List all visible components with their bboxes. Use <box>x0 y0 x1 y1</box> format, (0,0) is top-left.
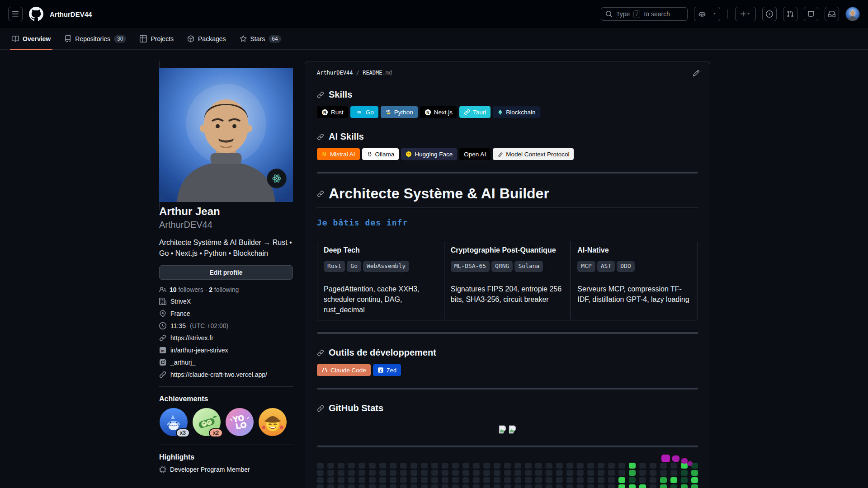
journal-button[interactable] <box>804 7 818 21</box>
contribution-cell <box>598 463 604 469</box>
skills-table: Deep TechCryptographie Post-QuantiqueAI-… <box>317 241 698 320</box>
mcp-icon <box>497 151 503 157</box>
ollama-icon <box>367 151 373 157</box>
badge-zed[interactable]: ZZed <box>373 364 401 376</box>
detail-text: _arthurj_ <box>170 359 195 366</box>
search-input[interactable]: Type / to search <box>601 7 688 21</box>
link-anchor-icon[interactable] <box>317 190 324 197</box>
code-tag: WebAssembly <box>363 261 409 272</box>
badge-open-ai[interactable]: Open AI <box>459 148 491 160</box>
contribution-cell <box>608 470 615 476</box>
badge-go[interactable]: ∞Go <box>350 106 378 118</box>
badge-hugging-face[interactable]: Hugging Face <box>401 148 457 160</box>
tab-counter: 64 <box>269 35 281 43</box>
profile-name: Arthur Jean <box>159 205 293 218</box>
repo-icon <box>64 35 71 42</box>
github-logo-icon[interactable] <box>29 7 43 21</box>
hamburger-menu-button[interactable] <box>8 7 23 21</box>
achievement-yolo[interactable]: YOLO <box>225 408 254 436</box>
markdown-divider <box>317 446 698 447</box>
contribution-cell <box>504 463 511 469</box>
achievement-quickdraw[interactable] <box>258 408 287 436</box>
tab-projects[interactable]: Projects <box>134 28 179 49</box>
contribution-cell <box>442 484 448 488</box>
detail-item-linkedin[interactable]: inin/arthur-jean-strivex <box>159 347 293 354</box>
badge-blockchain[interactable]: Blockchain <box>493 106 540 118</box>
contribution-cell <box>670 463 677 469</box>
badge-tauri[interactable]: Tauri <box>459 106 491 118</box>
location-icon <box>159 310 166 317</box>
tauri-icon <box>464 109 470 115</box>
detail-item-instagram[interactable]: _arthurj_ <box>159 359 293 366</box>
contribution-cell <box>421 463 428 469</box>
contribution-cell <box>379 463 386 469</box>
contribution-cell <box>577 477 584 483</box>
badge-python[interactable]: Python <box>381 106 418 118</box>
link-anchor-icon[interactable] <box>317 133 324 141</box>
contribution-cell <box>650 484 656 488</box>
tab-packages[interactable]: Packages <box>182 28 231 49</box>
issues-button[interactable] <box>762 7 777 21</box>
snake-segment <box>661 455 670 462</box>
contribution-cell <box>442 463 448 469</box>
project-icon <box>140 35 147 42</box>
achievement-pair-extraordinaire[interactable]: x2 <box>192 408 221 436</box>
go-icon: ∞ <box>355 109 363 115</box>
tab-stars[interactable]: Stars64 <box>234 28 287 49</box>
detail-item-link[interactable]: https://claude-craft-two.vercel.app/ <box>159 371 293 378</box>
typing-animation-text: Je bâtis des infr <box>317 218 698 227</box>
svg-text:N: N <box>426 110 429 114</box>
link-anchor-icon[interactable] <box>317 91 324 99</box>
badge-claude-code[interactable]: Claude Code <box>317 364 371 376</box>
markdown-divider <box>317 332 698 334</box>
contribution-cell <box>369 470 376 476</box>
user-avatar[interactable] <box>845 7 860 21</box>
status-emoji-button[interactable] <box>267 169 287 188</box>
claude-icon <box>321 368 328 373</box>
badge-rust[interactable]: RRust <box>317 106 348 118</box>
achievement-pull-shark[interactable]: x3 <box>159 408 188 436</box>
contribution-cell <box>629 470 636 476</box>
contribution-cell <box>338 470 344 476</box>
link-anchor-icon[interactable] <box>317 405 324 412</box>
nextjs-icon: N <box>425 109 431 116</box>
contribution-cell <box>431 477 438 483</box>
badge-ollama[interactable]: Ollama <box>362 148 399 160</box>
contribution-cell <box>452 477 459 483</box>
followers-row[interactable]: 10 followers · 2 following <box>159 286 293 293</box>
contribution-cell <box>660 470 667 476</box>
copilot-button[interactable] <box>694 7 710 21</box>
detail-suffix: (UTC +02:00) <box>190 322 228 329</box>
contribution-cell <box>660 463 667 469</box>
code-tag: Rust <box>324 261 345 272</box>
tab-repositories[interactable]: Repositories30 <box>59 28 132 49</box>
contribution-cell <box>410 477 417 483</box>
contribution-cell <box>379 470 386 476</box>
create-new-button[interactable] <box>735 7 756 21</box>
contribution-cell <box>348 477 355 483</box>
edit-readme-pencil-icon[interactable] <box>693 70 700 77</box>
detail-item-clock: 11:35(UTC +02:00) <box>159 322 293 329</box>
contribution-cell <box>566 484 573 488</box>
detail-item-link[interactable]: https://strivex.fr <box>159 334 293 342</box>
badge-model-context-protocol[interactable]: Model Context Protocol <box>493 148 574 160</box>
edit-profile-button[interactable]: Edit profile <box>159 265 293 280</box>
contribution-cell <box>473 477 480 483</box>
badge-next-js[interactable]: NNext.js <box>420 106 457 118</box>
contribution-cell <box>639 484 646 488</box>
snake-segment <box>681 458 688 464</box>
readme-breadcrumb[interactable]: ArthurDEV44 / README.md <box>317 70 698 76</box>
link-icon <box>159 371 166 378</box>
profile-sidebar: Arthur Jean ArthurDEV44 Architecte Systè… <box>159 61 293 488</box>
inbox-button[interactable] <box>825 7 839 21</box>
contribution-cell <box>660 477 667 483</box>
copilot-menu-button[interactable] <box>710 7 720 21</box>
tab-overview[interactable]: Overview <box>6 28 56 49</box>
global-header: ArthurDEV44 Type / to search <box>0 0 868 28</box>
pull-requests-button[interactable] <box>783 7 797 21</box>
highlight-text: Developer Program Member <box>170 466 250 473</box>
badge-mistral-ai[interactable]: MMistral AI <box>317 148 360 160</box>
contribution-cell <box>566 463 573 469</box>
contribution-cell <box>369 477 376 483</box>
link-anchor-icon[interactable] <box>317 349 324 357</box>
